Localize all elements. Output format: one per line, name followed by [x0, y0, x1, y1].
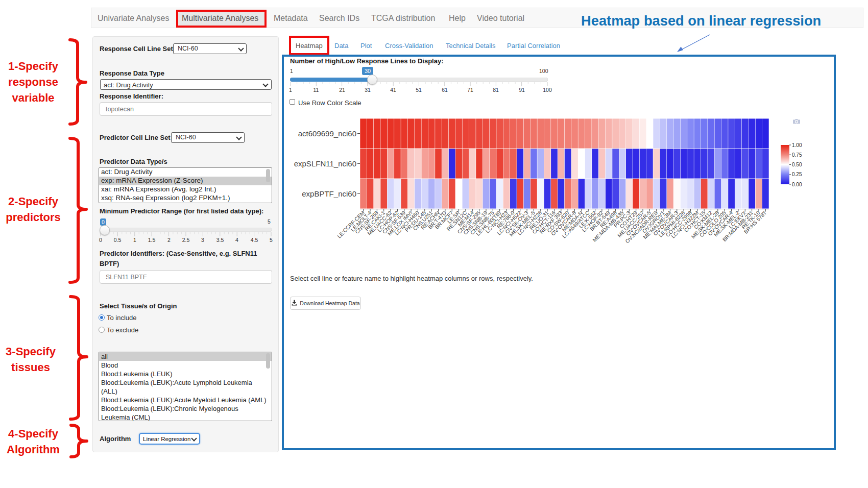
svg-text:0.75: 0.75 [792, 152, 802, 158]
svg-text:0.50: 0.50 [792, 162, 802, 167]
svg-text:1.00: 1.00 [792, 142, 802, 148]
svg-text:0.00: 0.00 [792, 182, 802, 187]
svg-text:0.25: 0.25 [792, 172, 802, 177]
